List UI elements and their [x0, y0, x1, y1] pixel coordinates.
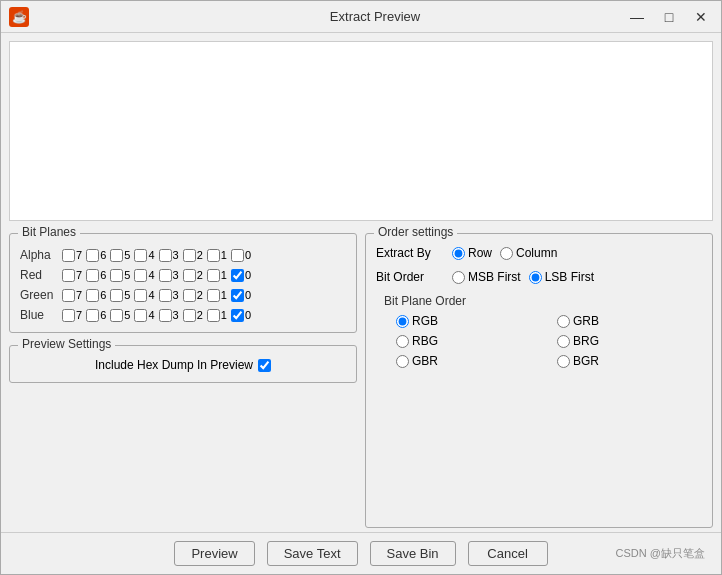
- alpha-0-checkbox[interactable]: [231, 249, 244, 262]
- bit-planes-grid: Alpha 7 6 5 4 3 2 1 0 Red 7 6: [20, 248, 346, 322]
- extract-by-column-radio[interactable]: [500, 247, 513, 260]
- brand-text: CSDN @缺只笔盒: [616, 546, 705, 561]
- bpo-bgr-text: BGR: [573, 354, 599, 368]
- extract-by-row: Extract By Row Column: [376, 246, 702, 260]
- hex-dump-label[interactable]: Include Hex Dump In Preview: [95, 358, 271, 372]
- alpha-bit-7: 7: [62, 249, 82, 262]
- save-bin-button[interactable]: Save Bin: [370, 541, 456, 566]
- blue-7-checkbox[interactable]: [62, 309, 75, 322]
- bit-order-label: Bit Order: [376, 270, 444, 284]
- alpha-6-checkbox[interactable]: [86, 249, 99, 262]
- red-4-checkbox[interactable]: [134, 269, 147, 282]
- green-bit-6: 6: [86, 289, 106, 302]
- blue-bit-6: 6: [86, 309, 106, 322]
- bit-planes-group: Bit Planes Alpha 7 6 5 4 3 2 1 0: [9, 233, 357, 333]
- order-settings-title: Order settings: [374, 225, 457, 239]
- footer: Preview Save Text Save Bin Cancel CSDN @…: [1, 532, 721, 574]
- alpha-bit-0: 0: [231, 249, 251, 262]
- blue-bit-7: 7: [62, 309, 82, 322]
- bpo-rbg-radio[interactable]: [396, 335, 409, 348]
- bit-plane-order-section: Bit Plane Order RGB GRB RBG: [376, 294, 702, 368]
- green-row: Green 7 6 5 4 3 2 1 0: [20, 288, 346, 302]
- red-label: Red: [20, 268, 58, 282]
- alpha-5-checkbox[interactable]: [110, 249, 123, 262]
- minimize-button[interactable]: —: [627, 9, 647, 25]
- red-bit-5: 5: [110, 269, 130, 282]
- left-panel: Bit Planes Alpha 7 6 5 4 3 2 1 0: [9, 233, 357, 528]
- red-3-checkbox[interactable]: [159, 269, 172, 282]
- alpha-bit-2: 2: [183, 249, 203, 262]
- green-7-checkbox[interactable]: [62, 289, 75, 302]
- maximize-button[interactable]: □: [659, 9, 679, 25]
- bpo-grb-option: GRB: [557, 314, 702, 328]
- blue-1-checkbox[interactable]: [207, 309, 220, 322]
- red-bit-2: 2: [183, 269, 203, 282]
- blue-6-checkbox[interactable]: [86, 309, 99, 322]
- main-window: ☕ Extract Preview — □ ✕ Bit Planes Alpha…: [0, 0, 722, 575]
- bpo-bgr-radio[interactable]: [557, 355, 570, 368]
- right-panel: Order settings Extract By Row Column: [365, 233, 713, 528]
- extract-by-row-radio[interactable]: [452, 247, 465, 260]
- blue-5-checkbox[interactable]: [110, 309, 123, 322]
- green-6-checkbox[interactable]: [86, 289, 99, 302]
- red-0-checkbox[interactable]: [231, 269, 244, 282]
- blue-bit-2: 2: [183, 309, 203, 322]
- blue-0-checkbox[interactable]: [231, 309, 244, 322]
- alpha-3-checkbox[interactable]: [159, 249, 172, 262]
- green-1-checkbox[interactable]: [207, 289, 220, 302]
- alpha-7-checkbox[interactable]: [62, 249, 75, 262]
- bpo-gbr-text: GBR: [412, 354, 438, 368]
- lsb-first-text: LSB First: [545, 270, 594, 284]
- blue-4-checkbox[interactable]: [134, 309, 147, 322]
- hex-dump-checkbox[interactable]: [258, 359, 271, 372]
- lsb-first-option: LSB First: [529, 270, 594, 284]
- red-5-checkbox[interactable]: [110, 269, 123, 282]
- red-1-checkbox[interactable]: [207, 269, 220, 282]
- red-7-checkbox[interactable]: [62, 269, 75, 282]
- cancel-button[interactable]: Cancel: [468, 541, 548, 566]
- green-2-checkbox[interactable]: [183, 289, 196, 302]
- bit-order-row: Bit Order MSB First LSB First: [376, 270, 702, 284]
- blue-3-checkbox[interactable]: [159, 309, 172, 322]
- green-bit-5: 5: [110, 289, 130, 302]
- alpha-1-checkbox[interactable]: [207, 249, 220, 262]
- green-5-checkbox[interactable]: [110, 289, 123, 302]
- msb-first-radio[interactable]: [452, 271, 465, 284]
- green-4-checkbox[interactable]: [134, 289, 147, 302]
- alpha-row: Alpha 7 6 5 4 3 2 1 0: [20, 248, 346, 262]
- green-bit-0: 0: [231, 289, 251, 302]
- bit-plane-order-grid: RGB GRB RBG BRG: [396, 314, 702, 368]
- preview-button[interactable]: Preview: [174, 541, 254, 566]
- blue-bit-5: 5: [110, 309, 130, 322]
- green-bit-1: 1: [207, 289, 227, 302]
- alpha-4-checkbox[interactable]: [134, 249, 147, 262]
- red-6-checkbox[interactable]: [86, 269, 99, 282]
- bpo-rgb-radio[interactable]: [396, 315, 409, 328]
- extract-by-column-text: Column: [516, 246, 557, 260]
- alpha-2-checkbox[interactable]: [183, 249, 196, 262]
- bpo-grb-radio[interactable]: [557, 315, 570, 328]
- green-bit-3: 3: [159, 289, 179, 302]
- red-bit-0: 0: [231, 269, 251, 282]
- bpo-gbr-radio[interactable]: [396, 355, 409, 368]
- bpo-grb-text: GRB: [573, 314, 599, 328]
- title-bar: ☕ Extract Preview — □ ✕: [1, 1, 721, 33]
- bpo-brg-option: BRG: [557, 334, 702, 348]
- red-bit-6: 6: [86, 269, 106, 282]
- app-icon: ☕: [9, 7, 29, 27]
- red-2-checkbox[interactable]: [183, 269, 196, 282]
- close-button[interactable]: ✕: [691, 9, 711, 25]
- extract-by-row-text: Row: [468, 246, 492, 260]
- blue-2-checkbox[interactable]: [183, 309, 196, 322]
- alpha-bit-3: 3: [159, 249, 179, 262]
- alpha-bit-5: 5: [110, 249, 130, 262]
- green-3-checkbox[interactable]: [159, 289, 172, 302]
- lsb-first-radio[interactable]: [529, 271, 542, 284]
- msb-first-option: MSB First: [452, 270, 521, 284]
- bpo-bgr-option: BGR: [557, 354, 702, 368]
- green-bit-7: 7: [62, 289, 82, 302]
- green-0-checkbox[interactable]: [231, 289, 244, 302]
- main-content: Bit Planes Alpha 7 6 5 4 3 2 1 0: [1, 229, 721, 532]
- save-text-button[interactable]: Save Text: [267, 541, 358, 566]
- bpo-brg-radio[interactable]: [557, 335, 570, 348]
